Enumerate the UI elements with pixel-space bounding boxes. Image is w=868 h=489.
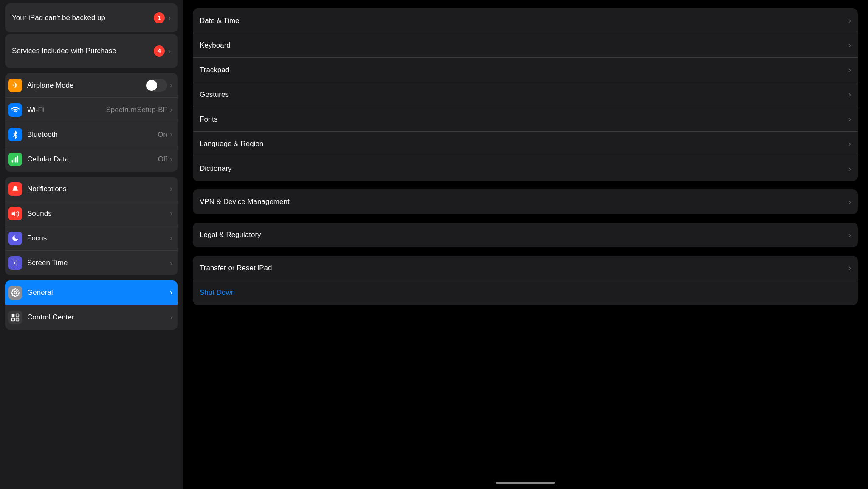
airplane-mode-toggle[interactable]: [145, 79, 167, 92]
control-center-icon-wrap: [8, 311, 22, 324]
airplane-mode-icon-wrap: ✈: [8, 79, 22, 92]
sidebar-item-control-center[interactable]: Control Center ›: [5, 305, 178, 330]
wifi-value: SpectrumSetup-BF: [106, 106, 167, 114]
general-label: General: [27, 288, 170, 297]
svg-rect-9: [12, 318, 15, 321]
alert-badge: 1: [154, 12, 165, 23]
cellular-label: Cellular Data: [27, 155, 158, 164]
sounds-icon-wrap: [8, 207, 22, 220]
screen-time-icon-wrap: [8, 256, 22, 270]
airplane-chevron: ›: [170, 81, 172, 90]
airplane-icon: ✈: [12, 81, 19, 90]
notifications-icon-wrap: [8, 182, 22, 196]
gestures-item[interactable]: Gestures ›: [193, 82, 858, 107]
general-chevron: ›: [170, 288, 172, 297]
bluetooth-icon: [11, 130, 19, 139]
legal-regulatory-item[interactable]: Legal & Regulatory ›: [193, 223, 858, 247]
bluetooth-icon-wrap: [8, 128, 22, 141]
svg-rect-10: [16, 318, 19, 321]
sidebar-item-cellular[interactable]: Cellular Data Off ›: [5, 147, 178, 172]
sidebar-item-bluetooth[interactable]: Bluetooth On ›: [5, 122, 178, 147]
svg-rect-2: [14, 158, 14, 162]
connectivity-group: ✈ Airplane Mode › Wi-Fi SpectrumSetup-BF…: [5, 73, 178, 172]
svg-rect-3: [15, 157, 17, 163]
bluetooth-label: Bluetooth: [27, 130, 158, 139]
sidebar-item-focus[interactable]: Focus ›: [5, 226, 178, 251]
keyboard-chevron: ›: [848, 41, 851, 50]
svg-rect-4: [17, 156, 18, 163]
notifications-chevron: ›: [170, 184, 172, 193]
gear-icon: [11, 288, 20, 297]
shut-down-item[interactable]: Shut Down: [193, 280, 858, 305]
services-row[interactable]: Services Included with Purchase 4 ›: [5, 34, 178, 68]
bluetooth-value: On: [158, 130, 167, 139]
svg-rect-1: [12, 160, 13, 163]
general-icon-wrap: [8, 286, 22, 300]
sidebar: Your iPad can't be backed up 1 › Service…: [0, 0, 183, 489]
cellular-value: Off: [158, 155, 167, 164]
vpn-group: VPN & Device Management ›: [193, 189, 858, 214]
trackpad-label: Trackpad: [200, 66, 848, 74]
focus-label: Focus: [27, 234, 170, 243]
wifi-icon: [11, 106, 20, 114]
sidebar-item-wifi[interactable]: Wi-Fi SpectrumSetup-BF ›: [5, 98, 178, 122]
transfer-reset-item[interactable]: Transfer or Reset iPad ›: [193, 256, 858, 280]
services-badge: 4: [154, 45, 165, 57]
svg-rect-8: [16, 314, 19, 317]
alert-text: Your iPad can't be backed up: [12, 14, 154, 22]
legal-group: Legal & Regulatory ›: [193, 223, 858, 247]
screen-time-label: Screen Time: [27, 259, 170, 267]
services-chevron: ›: [168, 47, 171, 56]
transfer-chevron: ›: [848, 263, 851, 272]
sidebar-item-notifications[interactable]: Notifications ›: [5, 177, 178, 201]
cellular-icon-wrap: [8, 153, 22, 166]
cellular-icon: [11, 155, 20, 164]
sounds-chevron: ›: [170, 209, 172, 218]
transfer-reset-label: Transfer or Reset iPad: [200, 264, 848, 272]
hourglass-icon: [12, 259, 19, 267]
language-region-item[interactable]: Language & Region ›: [193, 132, 858, 156]
wifi-label: Wi-Fi: [27, 106, 106, 114]
svg-marker-5: [12, 211, 15, 216]
notifications-label: Notifications: [27, 185, 170, 193]
language-region-chevron: ›: [848, 139, 851, 148]
keyboard-label: Keyboard: [200, 41, 848, 50]
language-region-label: Language & Region: [200, 140, 848, 148]
main-content: Date & Time › Keyboard › Trackpad › Gest…: [183, 0, 868, 489]
svg-point-0: [15, 112, 16, 113]
moon-icon: [11, 235, 19, 242]
keyboard-item[interactable]: Keyboard ›: [193, 33, 858, 58]
toggle-thumb: [146, 80, 157, 91]
focus-chevron: ›: [170, 234, 172, 243]
dictionary-item[interactable]: Dictionary ›: [193, 156, 858, 181]
trackpad-chevron: ›: [848, 65, 851, 74]
shut-down-label: Shut Down: [200, 288, 851, 297]
screen-time-chevron: ›: [170, 259, 172, 268]
trackpad-item[interactable]: Trackpad ›: [193, 58, 858, 82]
general-settings-group: Date & Time › Keyboard › Trackpad › Gest…: [193, 8, 858, 181]
focus-icon-wrap: [8, 232, 22, 245]
fonts-chevron: ›: [848, 115, 851, 124]
cellular-chevron: ›: [170, 155, 172, 164]
date-time-item[interactable]: Date & Time ›: [193, 8, 858, 33]
dictionary-label: Dictionary: [200, 164, 848, 173]
svg-rect-7: [12, 314, 15, 317]
sliders-icon: [11, 313, 20, 322]
control-center-label: Control Center: [27, 313, 170, 322]
sidebar-item-screen-time[interactable]: Screen Time ›: [5, 251, 178, 275]
general-group: General › Control Center ›: [5, 280, 178, 330]
date-time-label: Date & Time: [200, 17, 848, 25]
wifi-chevron: ›: [170, 105, 172, 114]
sidebar-item-sounds[interactable]: Sounds ›: [5, 201, 178, 226]
sidebar-item-airplane-mode[interactable]: ✈ Airplane Mode ›: [5, 73, 178, 98]
bell-icon: [11, 185, 19, 193]
sound-icon: [11, 209, 20, 218]
sidebar-item-general[interactable]: General ›: [5, 280, 178, 305]
vpn-device-item[interactable]: VPN & Device Management ›: [193, 189, 858, 214]
reset-group: Transfer or Reset iPad › Shut Down: [193, 256, 858, 305]
fonts-item[interactable]: Fonts ›: [193, 107, 858, 132]
gestures-chevron: ›: [848, 90, 851, 99]
notifications-group: Notifications › Sounds › Focus: [5, 177, 178, 275]
ipad-backup-alert[interactable]: Your iPad can't be backed up 1 ›: [5, 3, 178, 32]
scroll-indicator: [496, 482, 555, 484]
